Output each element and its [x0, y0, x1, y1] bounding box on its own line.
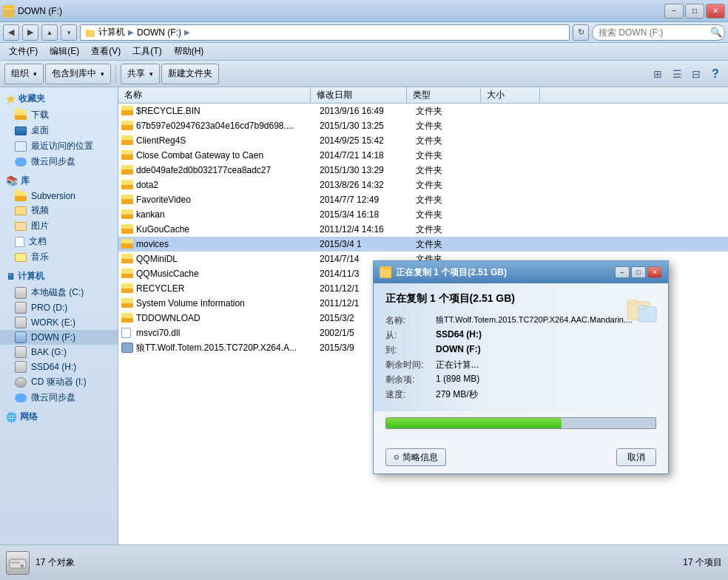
dialog-minimize-button[interactable]: − — [615, 266, 630, 278]
dialog-body: 正在复制 1 个项目(2.51 GB) 名称: 狼TT.Wolf.Totem.2… — [374, 283, 668, 411]
to-value: DOWN (F:) — [436, 344, 656, 357]
progress-bar-fill — [386, 418, 562, 428]
path-segment-drive: DOWN (F:) — [137, 27, 181, 38]
col-header-name[interactable]: 名称 — [118, 87, 311, 103]
table-row[interactable]: ClientReg4S 2014/9/25 15:42 文件夹 — [118, 133, 728, 148]
table-row[interactable]: 67b597e02947623a04e16cd7b9d698.... 2015/… — [118, 118, 728, 133]
svg-rect-10 — [380, 269, 385, 271]
table-row[interactable]: Close Combat Gateway to Caen 2014/7/21 1… — [118, 148, 728, 163]
menu-edit[interactable]: 编辑(E) — [44, 44, 85, 59]
drive-e-icon — [15, 317, 27, 328]
maximize-button[interactable]: □ — [685, 4, 704, 18]
col-header-size[interactable]: 大小 — [481, 87, 540, 103]
favorites-icon: ★ — [6, 93, 16, 105]
table-row[interactable]: FavoriteVideo 2014/7/7 12:49 文件夹 — [118, 192, 728, 207]
view-details-button[interactable]: ☰ — [669, 66, 685, 82]
file-type: 文件夹 — [410, 149, 484, 162]
menu-help[interactable]: 帮助(H) — [168, 44, 210, 59]
search-input[interactable] — [592, 24, 725, 41]
menu-tools[interactable]: 工具(T) — [127, 44, 167, 59]
table-row[interactable]: KuGouCache 2011/12/4 14:16 文件夹 — [118, 222, 728, 237]
back-button[interactable]: ◀ — [3, 24, 19, 41]
sidebar-favorites-header[interactable]: ★ 收藏夹 — [0, 90, 118, 107]
share-button[interactable]: 共享 ▾ — [121, 64, 160, 84]
menu-file[interactable]: 文件(F) — [3, 44, 44, 59]
table-row[interactable]: kankan 2015/3/4 16:18 文件夹 — [118, 207, 728, 222]
sidebar-item-f[interactable]: DOWN (F:) — [0, 330, 118, 345]
folder-icon — [121, 269, 133, 278]
sidebar-computer-header[interactable]: 🖥 计算机 — [0, 268, 118, 285]
table-row[interactable]: movices 2015/3/4 1 文件夹 — [118, 237, 728, 252]
sidebar-item-desktop[interactable]: 桌面 — [0, 123, 118, 138]
sidebar: ★ 收藏夹 下载 桌面 最近访问的位置 微云同步盘 📚 — [0, 87, 118, 544]
organize-button[interactable]: 组织 ▾ — [4, 64, 44, 84]
menu-bar: 文件(F) 编辑(E) 查看(V) 工具(T) 帮助(H) — [0, 43, 728, 61]
sidebar-item-g[interactable]: BAK (G:) — [0, 345, 118, 360]
address-path[interactable]: 计算机 ▶ DOWN (F:) ▶ — [80, 24, 570, 41]
sidebar-item-pictures[interactable]: 图片 — [0, 218, 118, 234]
cancel-button[interactable]: 取消 — [616, 448, 656, 466]
sidebar-item-d[interactable]: PRO (D:) — [0, 300, 118, 315]
dialog-body-icon — [624, 291, 661, 328]
col-header-date[interactable]: 修改日期 — [311, 87, 407, 103]
table-row[interactable]: dota2 2013/8/26 14:32 文件夹 — [118, 178, 728, 192]
col-header-type[interactable]: 类型 — [407, 87, 481, 103]
sidebar-library-header[interactable]: 📚 库 — [0, 172, 118, 189]
file-type: 文件夹 — [410, 194, 484, 206]
search-wrapper: 🔍 — [592, 24, 725, 41]
search-icon[interactable]: 🔍 — [710, 27, 722, 38]
table-row[interactable]: dde049afe2d0b032177cea8adc27 2015/1/30 1… — [118, 163, 728, 178]
forward-button[interactable]: ▶ — [22, 24, 38, 41]
close-button[interactable]: ✕ — [706, 4, 725, 18]
svg-rect-14 — [638, 306, 646, 309]
svg-rect-5 — [86, 30, 90, 32]
time-value: 正在计算... — [436, 359, 656, 371]
folder-icon — [121, 283, 133, 293]
sidebar-item-music[interactable]: 音乐 — [0, 249, 118, 265]
name-label: 名称: — [385, 314, 430, 327]
drive-g-icon — [15, 346, 27, 358]
organize-arrow: ▾ — [33, 70, 37, 78]
file-name: QQMiniDL — [121, 254, 314, 264]
drive-h-icon — [15, 361, 27, 373]
folder-icon — [121, 106, 133, 115]
path-segment-computer: 计算机 — [98, 26, 125, 38]
file-date: 2013/9/16 16:49 — [314, 106, 410, 116]
table-row[interactable]: $RECYCLE.BIN 2013/9/16 16:49 文件夹 — [118, 104, 728, 118]
remain-label: 剩余项: — [385, 374, 430, 386]
sidebar-item-recent[interactable]: 最近访问的位置 — [0, 138, 118, 154]
video-lib-icon — [15, 206, 27, 215]
window-controls: − □ ✕ — [664, 4, 725, 18]
expand-button[interactable]: ⊙ 简略信息 — [385, 448, 446, 466]
minimize-button[interactable]: − — [664, 4, 684, 18]
menu-view[interactable]: 查看(V) — [85, 44, 127, 59]
to-label: 到: — [385, 344, 430, 357]
file-name: 狼TT.Wolf.Totem.2015.TC720P.X264.A... — [121, 342, 314, 354]
sidebar-item-subversion[interactable]: Subversion — [0, 189, 118, 203]
refresh-button[interactable]: ↻ — [573, 24, 589, 41]
dialog-maximize-button[interactable]: □ — [631, 266, 646, 278]
sidebar-item-c[interactable]: 本地磁盘 (C:) — [0, 285, 118, 300]
sidebar-item-i[interactable]: CD 驱动器 (I:) — [0, 374, 118, 390]
sidebar-item-cloud[interactable]: 微云同步盘 — [0, 154, 118, 169]
download-folder-icon — [15, 110, 27, 120]
library-button[interactable]: 包含到库中 ▾ — [45, 64, 111, 84]
cloud2-icon — [15, 394, 27, 402]
sidebar-item-video[interactable]: 视频 — [0, 203, 118, 218]
folder-icon — [121, 298, 133, 308]
sidebar-item-download[interactable]: 下载 — [0, 107, 118, 123]
dialog-close-button[interactable]: ✕ — [647, 266, 662, 278]
new-folder-button[interactable]: 新建文件夹 — [161, 64, 219, 84]
view-change-button[interactable]: ⊞ — [650, 66, 666, 82]
sidebar-item-docs[interactable]: 文档 — [0, 234, 118, 249]
up-button[interactable]: ▲ — [41, 24, 58, 41]
sidebar-item-h[interactable]: SSD64 (H:) — [0, 360, 118, 374]
svg-point-7 — [21, 564, 24, 567]
sidebar-item-cloud2[interactable]: 微云同步盘 — [0, 390, 118, 405]
sidebar-item-e[interactable]: WORK (E:) — [0, 315, 118, 330]
sidebar-network-header[interactable]: 🌐 网络 — [0, 408, 118, 425]
file-type: 文件夹 — [410, 238, 484, 251]
help-button[interactable]: ? — [707, 66, 724, 82]
view-pane-button[interactable]: ⊟ — [688, 66, 704, 82]
recent-button[interactable]: ▾ — [61, 24, 77, 41]
